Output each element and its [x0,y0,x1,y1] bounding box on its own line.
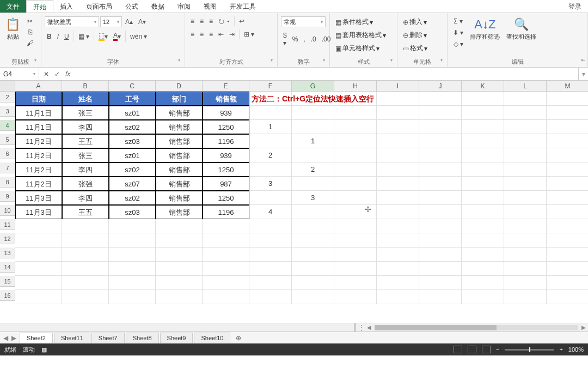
cell[interactable] [292,120,334,134]
border-icon[interactable]: ▦ ▾ [76,32,91,41]
menu-tab-formulas[interactable]: 公式 [119,0,145,13]
cell[interactable]: 李四 [62,162,109,177]
name-box[interactable]: G4 [0,68,39,80]
row-header[interactable]: 3 [0,106,15,117]
cell[interactable] [377,162,419,177]
scroll-right-icon[interactable]: ▶ [579,324,588,330]
cell[interactable]: 1 [249,120,292,134]
col-header[interactable]: A [15,81,62,92]
cell[interactable] [377,106,419,120]
cell[interactable] [504,148,547,162]
cell[interactable]: sz02 [109,162,156,177]
cell[interactable]: 1250 [203,162,249,177]
cell[interactable]: 销售部 [156,148,203,162]
cell[interactable] [504,233,547,248]
cell[interactable] [334,191,377,205]
conditional-format-button[interactable]: ▦ 条件格式 ▾ [333,16,375,28]
sheet-tab[interactable]: Sheet9 [160,333,193,343]
cell[interactable] [547,219,588,233]
cell[interactable] [419,205,462,219]
cell[interactable] [249,134,292,148]
row-header[interactable]: 10 [0,205,15,216]
sort-filter-button[interactable]: A↓Z 排序和筛选 [468,16,502,42]
delete-cells-button[interactable]: ⊖ 删除 ▾ [401,29,429,41]
cell[interactable] [504,120,547,134]
cell[interactable] [203,290,249,304]
cell[interactable] [334,262,377,276]
cell[interactable]: sz02 [109,191,156,205]
cell[interactable] [334,162,377,177]
cell[interactable] [419,248,462,262]
cell[interactable] [377,290,419,304]
cell[interactable]: 销售部 [156,134,203,148]
cell[interactable] [462,148,504,162]
cell[interactable] [547,276,588,290]
cell[interactable] [292,262,334,276]
cell[interactable] [462,177,504,191]
cell[interactable]: 李四 [62,120,109,134]
cell[interactable]: sz01 [109,106,156,120]
col-header[interactable]: H [334,81,377,92]
cell[interactable] [15,233,62,248]
italic-button[interactable]: I [55,32,61,41]
cell[interactable] [419,162,462,177]
row-header[interactable]: 8 [0,177,15,188]
cell[interactable] [504,248,547,262]
cell[interactable] [462,134,504,148]
cell[interactable] [249,276,292,290]
sheet-split-handle[interactable] [354,323,356,331]
cell[interactable] [62,276,109,290]
cell[interactable] [156,276,203,290]
cell[interactable] [504,162,547,177]
cell[interactable] [547,205,588,219]
zoom-out-icon[interactable]: − [496,346,499,353]
inc-decimal-icon[interactable]: .0 [309,34,318,44]
menu-tab-layout[interactable]: 页面布局 [79,0,119,13]
cell[interactable] [334,248,377,262]
view-layout-icon[interactable] [468,346,476,353]
cancel-formula-icon[interactable]: ✕ [44,70,49,78]
login-link[interactable]: 登录 [562,0,588,13]
cell[interactable] [419,120,462,134]
cell[interactable] [203,219,249,233]
find-select-button[interactable]: 🔍 查找和选择 [504,16,538,42]
cell[interactable]: 销售部 [156,191,203,205]
cell[interactable]: 张三 [62,106,109,120]
cell[interactable] [462,205,504,219]
zoom-in-icon[interactable]: + [559,346,562,353]
zoom-level[interactable]: 100% [568,346,584,353]
cell[interactable] [462,290,504,304]
cell[interactable] [203,248,249,262]
cell[interactable]: 销售部 [156,162,203,177]
cell[interactable] [292,205,334,219]
cell[interactable] [203,276,249,290]
cell[interactable]: 2 [249,148,292,162]
cell[interactable] [419,290,462,304]
row-header[interactable]: 11 [0,219,15,230]
cell[interactable] [109,276,156,290]
cell[interactable]: 李四 [62,191,109,205]
cell[interactable]: 11月2日 [15,162,62,177]
cell[interactable] [249,262,292,276]
cell[interactable] [334,106,377,120]
cell[interactable] [462,162,504,177]
cell[interactable] [62,219,109,233]
cell[interactable] [377,148,419,162]
cell[interactable] [462,233,504,248]
row-header[interactable]: 5 [0,134,15,145]
cell[interactable] [156,233,203,248]
cell[interactable] [249,219,292,233]
font-color-icon[interactable]: A ▾ [111,31,123,42]
cell[interactable]: 工号 [109,92,156,106]
cell[interactable] [292,148,334,162]
cell[interactable] [547,177,588,191]
cell[interactable]: 11月1日 [15,106,62,120]
cell[interactable] [109,233,156,248]
cell[interactable] [334,177,377,191]
cell[interactable] [15,219,62,233]
cell[interactable] [547,191,588,205]
cell[interactable] [377,120,419,134]
merge-icon[interactable]: ⊞ ▾ [242,29,256,39]
col-header[interactable]: E [203,81,249,92]
cell[interactable] [109,248,156,262]
